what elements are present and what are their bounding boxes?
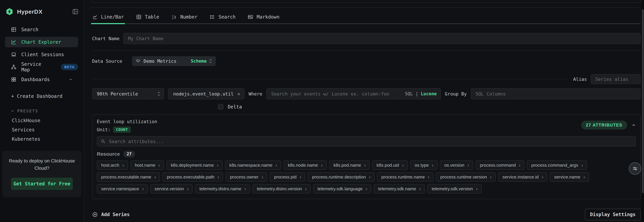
- chevron-right-icon: ›: [519, 163, 520, 168]
- sidebar-collapse-icon[interactable]: [72, 8, 79, 15]
- attribute-chip[interactable]: process.command_args ›: [527, 160, 587, 170]
- unit-badge: COUNT: [113, 127, 130, 133]
- tab[interactable]: Line/Bar: [92, 14, 124, 24]
- tab[interactable]: Table: [136, 14, 159, 24]
- group-by-label: Group By: [445, 91, 467, 96]
- chevron-right-icon: ›: [275, 163, 277, 168]
- attribute-chip[interactable]: host.name ›: [130, 160, 164, 170]
- chevron-down-icon: [10, 109, 14, 113]
- attribute-chip-label: process.command_args: [531, 163, 578, 168]
- chevron-right-icon: ›: [217, 163, 218, 168]
- query-language-toggle[interactable]: SQL | Lucene: [405, 91, 437, 96]
- attribute-chip[interactable]: k8s.namespace.name ›: [225, 160, 281, 170]
- resource-group-label: Resource: [97, 151, 120, 157]
- sidebar-item[interactable]: Chart Explorer: [5, 37, 78, 47]
- where-label: Where: [248, 91, 262, 96]
- attribute-chip[interactable]: telemetry.sdk.name ›: [374, 184, 425, 194]
- sidebar-item-label: Service Map: [21, 61, 52, 72]
- preset-item[interactable]: ClickHouse: [0, 116, 84, 125]
- search-icon: [100, 139, 106, 144]
- sidebar-item-label: Dashboards: [21, 77, 50, 82]
- attributes-count-badge[interactable]: 27 ATTRIBUTES: [581, 121, 627, 130]
- close-icon[interactable]: ✕: [237, 91, 240, 97]
- series-row: 90th Percentile nodejs.event_loop.util ✕…: [92, 88, 640, 99]
- group-by-input[interactable]: [471, 88, 640, 99]
- aggregation-select[interactable]: 90th Percentile: [92, 88, 164, 99]
- attribute-chip[interactable]: k8s.deployment.name ›: [166, 160, 222, 170]
- tab[interactable]: Number: [171, 14, 197, 24]
- schema-link[interactable]: Schema: [191, 58, 206, 64]
- attribute-chip[interactable]: service.name ›: [550, 172, 589, 182]
- sidebar-item[interactable]: Client Sessions: [5, 49, 78, 60]
- attribute-chip[interactable]: k8s.pod.uid ›: [372, 160, 408, 170]
- tab-label: Line/Bar: [101, 14, 124, 20]
- chart-name-label: Chart Name: [92, 36, 120, 41]
- presets-header[interactable]: PRESETS: [0, 109, 84, 113]
- attribute-chip[interactable]: process.command ›: [476, 160, 524, 170]
- attribute-chip[interactable]: process.runtime.description ›: [308, 172, 374, 182]
- sidebar-item[interactable]: Service Map BETA: [5, 62, 78, 72]
- display-settings-button[interactable]: Display Settings: [585, 209, 640, 220]
- attribute-chip[interactable]: service.version ›: [150, 184, 192, 194]
- attribute-search-wrap: [97, 136, 636, 147]
- chevron-right-icon: ›: [158, 163, 160, 168]
- data-source-select[interactable]: Demo Metrics Schema: [132, 56, 216, 66]
- chart-settings-fab[interactable]: [629, 162, 641, 175]
- delta-row: Delta: [218, 104, 640, 110]
- sidebar-item[interactable]: Dashboards: [5, 74, 78, 85]
- chevron-up-icon[interactable]: [68, 77, 74, 82]
- attribute-chip-label: telemetry.distro.version: [257, 186, 302, 192]
- scrollbar-thumb[interactable]: [642, 9, 644, 193]
- cloud-promo-text: Ready to deploy on ClickHouse Cloud?: [7, 157, 77, 172]
- get-started-button[interactable]: Get Started for Free: [11, 178, 73, 190]
- attribute-search-input[interactable]: [97, 136, 636, 147]
- attribute-chip[interactable]: process.executable.name ›: [97, 172, 160, 182]
- attribute-chip[interactable]: process.runtime.version ›: [436, 172, 496, 182]
- add-series-label: Add Series: [101, 212, 130, 217]
- hyperdx-logo-icon: [6, 8, 13, 15]
- data-source-row: Data Source Demo Metrics Schema: [92, 53, 640, 69]
- attribute-chip[interactable]: os.version ›: [440, 160, 473, 170]
- tab[interactable]: Markdown: [248, 14, 280, 24]
- attribute-chip-label: service.version: [154, 186, 184, 192]
- where-input-wrap: SQL | Lucene: [266, 88, 441, 99]
- tab[interactable]: Search: [210, 14, 236, 24]
- metric-chip[interactable]: nodejs.event_loop.util ✕: [168, 88, 244, 99]
- preset-item[interactable]: Kubernetes: [0, 134, 84, 144]
- attribute-chip[interactable]: service.namespace ›: [97, 184, 148, 194]
- alias-input[interactable]: [590, 74, 640, 84]
- preset-item[interactable]: Services: [0, 125, 84, 134]
- sidebar-item[interactable]: Search: [5, 24, 78, 35]
- sql-option[interactable]: SQL: [405, 91, 413, 96]
- attribute-chip[interactable]: process.owner ›: [226, 172, 267, 182]
- add-series-button[interactable]: Add Series: [92, 212, 130, 218]
- metric-name: nodejs.event_loop.util: [173, 91, 234, 96]
- attribute-chip[interactable]: k8s.pod.name ›: [329, 160, 370, 170]
- lucene-option[interactable]: Lucene: [421, 91, 437, 96]
- attribute-chip[interactable]: host.arch ›: [97, 160, 128, 170]
- attribute-chip-label: process.pid: [274, 174, 296, 180]
- toggle-divider: |: [413, 91, 421, 96]
- unit-label: Unit:: [97, 127, 110, 132]
- create-dashboard-button[interactable]: + Create Dashboard: [0, 93, 84, 99]
- attribute-chip[interactable]: telemetry.sdk.version ›: [427, 184, 482, 194]
- delta-checkbox[interactable]: [218, 104, 223, 109]
- cloud-promo-card: Ready to deploy on ClickHouse Cloud? Get…: [2, 151, 82, 197]
- scrollbar-track[interactable]: [642, 0, 644, 222]
- chart-name-input[interactable]: [123, 33, 640, 44]
- sidebar: HyperDX Search Chart Explorer: [0, 0, 84, 222]
- attribute-chip[interactable]: process.executable.path ›: [162, 172, 223, 182]
- chevron-right-icon: ›: [244, 186, 246, 191]
- attribute-chip[interactable]: os.type ›: [410, 160, 438, 170]
- list-icon: [210, 14, 215, 20]
- chevron-right-icon: ›: [364, 163, 366, 168]
- attribute-chip[interactable]: service.instance.id ›: [498, 172, 547, 182]
- attribute-chip[interactable]: process.runtime.name ›: [377, 172, 434, 182]
- chevron-up-icon[interactable]: [631, 123, 636, 128]
- attribute-chip[interactable]: telemetry.distro.version ›: [252, 184, 311, 194]
- attribute-chip[interactable]: telemetry.sdk.language ›: [313, 184, 371, 194]
- attribute-chip[interactable]: k8s.node.name ›: [284, 160, 327, 170]
- chevron-right-icon: ›: [142, 186, 144, 191]
- attribute-chip[interactable]: process.pid ›: [270, 172, 305, 182]
- attribute-chip[interactable]: telemetry.distro.name ›: [195, 184, 250, 194]
